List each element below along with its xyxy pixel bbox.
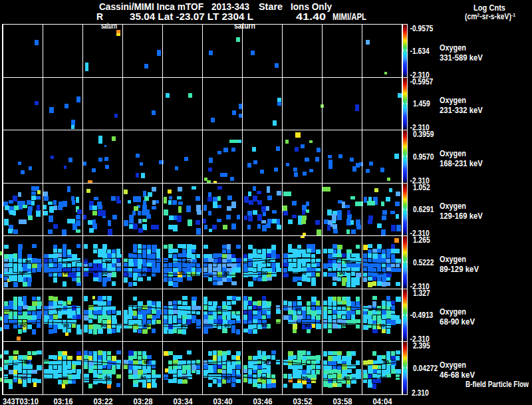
- svg-text:90: 90: [25, 259, 31, 265]
- svg-text:90: 90: [19, 270, 25, 276]
- svg-text:90: 90: [140, 270, 146, 276]
- svg-text:41.40: 41.40: [296, 11, 326, 22]
- svg-text:1.459: 1.459: [413, 98, 430, 108]
- svg-text:0.9570: 0.9570: [413, 152, 434, 162]
- svg-text:90: 90: [261, 323, 267, 329]
- svg-text:04:04: 04:04: [373, 397, 392, 405]
- svg-text:Oxygen: Oxygen: [440, 201, 466, 211]
- svg-text:90: 90: [100, 323, 106, 329]
- svg-text:90: 90: [262, 270, 268, 276]
- svg-text:89-129 keV: 89-129 keV: [440, 264, 479, 274]
- svg-text:saturn: saturn: [234, 21, 255, 31]
- svg-text:90: 90: [260, 375, 266, 381]
- svg-text:90: 90: [182, 375, 188, 381]
- svg-text:90: 90: [344, 259, 350, 265]
- svg-text:90: 90: [302, 375, 308, 381]
- svg-text:1.327: 1.327: [413, 288, 430, 298]
- svg-text:0.5222: 0.5222: [413, 257, 434, 267]
- svg-text:90: 90: [185, 259, 191, 265]
- svg-text:90: 90: [105, 259, 111, 265]
- svg-text:90: 90: [181, 323, 187, 329]
- svg-text:90: 90: [383, 359, 389, 365]
- svg-text:Oxygen: Oxygen: [440, 95, 466, 105]
- svg-text:03:22: 03:22: [94, 397, 113, 405]
- svg-text:90: 90: [63, 323, 69, 329]
- svg-text:90: 90: [144, 323, 150, 329]
- svg-text:90: 90: [263, 359, 269, 365]
- svg-text:2013-343: 2013-343: [211, 1, 249, 12]
- svg-text:331-589 keV: 331-589 keV: [440, 53, 483, 63]
- svg-text:90: 90: [136, 307, 142, 313]
- svg-text:90: 90: [224, 323, 230, 329]
- svg-text:90: 90: [375, 307, 381, 313]
- svg-text:343T03:10: 343T03:10: [3, 397, 39, 405]
- svg-text:(cm2-sr-s-keV)-1: (cm2-sr-s-keV)-1: [465, 12, 515, 21]
- svg-text:R: R: [96, 11, 103, 22]
- svg-text:-0.5957: -0.5957: [410, 76, 434, 86]
- svg-text:Oxygen: Oxygen: [440, 148, 466, 158]
- svg-text:03:16: 03:16: [54, 397, 73, 405]
- svg-text:-1.634: -1.634: [410, 46, 430, 56]
- svg-text:68-90 keV: 68-90 keV: [440, 317, 475, 327]
- svg-text:90: 90: [179, 270, 185, 276]
- svg-text:90: 90: [63, 375, 68, 381]
- svg-text:90: 90: [140, 375, 146, 381]
- svg-text:Oxygen: Oxygen: [440, 254, 466, 264]
- svg-text:0.6291: 0.6291: [413, 204, 434, 214]
- svg-text:90: 90: [344, 375, 350, 381]
- svg-text:129-169 keV: 129-169 keV: [440, 211, 483, 221]
- svg-text:03:52: 03:52: [293, 397, 313, 405]
- svg-text:35.04 Lat -23.07 LT 2304 L: 35.04 Lat -23.07 LT 2304 L: [130, 11, 253, 22]
- svg-text:90: 90: [339, 270, 345, 276]
- svg-text:Ions Only: Ions Only: [291, 1, 332, 12]
- svg-text:1.052: 1.052: [413, 182, 430, 192]
- svg-text:Oxygen: Oxygen: [440, 43, 466, 53]
- svg-text:46-68 keV: 46-68 keV: [440, 370, 475, 380]
- svg-text:90: 90: [20, 323, 26, 329]
- svg-text:Log Cnts: Log Cnts: [473, 3, 505, 13]
- svg-text:90: 90: [144, 359, 150, 365]
- svg-text:90: 90: [56, 307, 62, 313]
- svg-text:0.3959: 0.3959: [413, 129, 434, 139]
- svg-text:90: 90: [102, 270, 108, 276]
- svg-text:90: 90: [104, 375, 110, 381]
- svg-text:90: 90: [265, 259, 271, 265]
- svg-text:90: 90: [379, 323, 385, 329]
- svg-text:231-332 keV: 231-332 keV: [440, 105, 483, 115]
- svg-text:90: 90: [378, 270, 384, 276]
- svg-text:MIMI/APL: MIMI/APL: [332, 11, 366, 22]
- svg-text:Cassini/MIMI Inca mTOF: Cassini/MIMI Inca mTOF: [99, 1, 203, 12]
- svg-text:Stare: Stare: [259, 1, 283, 12]
- svg-text:0.04272: 0.04272: [413, 363, 438, 373]
- svg-text:90: 90: [305, 323, 311, 329]
- svg-text:90: 90: [342, 323, 348, 329]
- svg-text:90: 90: [24, 359, 30, 365]
- svg-text:-0.4913: -0.4913: [410, 310, 434, 320]
- svg-text:Oxygen: Oxygen: [440, 360, 466, 370]
- svg-text:1.265: 1.265: [413, 235, 430, 245]
- svg-text:90: 90: [223, 270, 229, 276]
- svg-text:168-231 keV: 168-231 keV: [440, 158, 483, 168]
- svg-text:03:58: 03:58: [333, 397, 352, 405]
- svg-text:03:46: 03:46: [253, 397, 273, 405]
- svg-text:B-field Particle Flow: B-field Particle Flow: [466, 380, 529, 389]
- svg-text:03:40: 03:40: [213, 397, 233, 405]
- svg-text:2.310: 2.310: [412, 388, 429, 398]
- svg-text:03:28: 03:28: [134, 397, 153, 405]
- svg-text:90: 90: [295, 307, 301, 313]
- svg-text:90: 90: [215, 307, 221, 313]
- svg-text:2.395: 2.395: [413, 340, 430, 350]
- svg-text:saturn: saturn: [101, 21, 117, 31]
- svg-text:-0.9575: -0.9575: [410, 23, 434, 33]
- svg-text:03:34: 03:34: [174, 397, 193, 405]
- svg-text:90: 90: [21, 375, 27, 381]
- svg-text:90: 90: [380, 375, 386, 381]
- svg-text:90: 90: [301, 270, 307, 276]
- svg-text:90: 90: [63, 270, 69, 276]
- svg-text:Oxygen: Oxygen: [440, 307, 466, 317]
- svg-text:90: 90: [224, 375, 230, 381]
